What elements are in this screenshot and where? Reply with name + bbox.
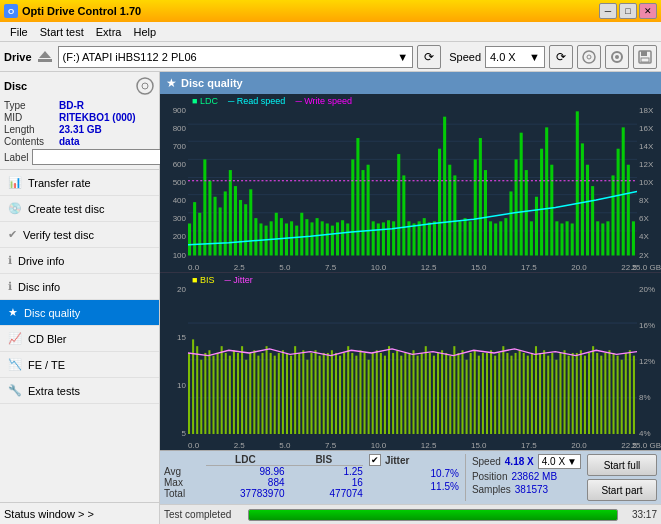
- svg-rect-82: [515, 159, 518, 255]
- sidebar-item-verify-test-disc[interactable]: ✔ Verify test disc: [0, 222, 159, 248]
- svg-rect-62: [413, 223, 416, 255]
- jitter-checkbox[interactable]: ✔: [369, 454, 381, 466]
- svg-rect-154: [368, 359, 370, 434]
- svg-rect-69: [448, 165, 451, 256]
- disc-quality-icon: ★: [8, 306, 18, 319]
- save-button[interactable]: [633, 45, 657, 69]
- svg-rect-117: [217, 352, 219, 434]
- speed-refresh-button[interactable]: ⟳: [549, 45, 573, 69]
- menu-start-test[interactable]: Start test: [34, 24, 90, 40]
- menu-file[interactable]: File: [4, 24, 34, 40]
- svg-rect-164: [408, 352, 410, 434]
- disc-scan-button[interactable]: [605, 45, 629, 69]
- sidebar-item-disc-info[interactable]: ℹ Disc info: [0, 274, 159, 300]
- svg-rect-97: [591, 186, 594, 255]
- svg-rect-193: [527, 355, 529, 434]
- svg-rect-211: [600, 355, 602, 434]
- bottom-bar: Test completed 33:17: [160, 504, 661, 524]
- sidebar-item-extra-tests[interactable]: 🔧 Extra tests: [0, 378, 159, 404]
- svg-rect-30: [249, 189, 252, 255]
- sidebar-item-disc-quality[interactable]: ★ Disc quality: [0, 300, 159, 326]
- speed-dropdown[interactable]: 4.0 X ▼: [485, 46, 545, 68]
- svg-rect-60: [402, 175, 405, 255]
- minimize-button[interactable]: ─: [599, 3, 617, 19]
- cd-bler-icon: 📈: [8, 332, 22, 345]
- content-area: ★ Disc quality ■ LDC ─ Read speed ─ Writ…: [160, 72, 661, 524]
- drive-dropdown-arrow: ▼: [397, 51, 408, 63]
- svg-rect-202: [564, 350, 566, 434]
- close-button[interactable]: ✕: [639, 3, 657, 19]
- svg-rect-99: [601, 223, 604, 255]
- svg-rect-8: [641, 58, 649, 62]
- svg-rect-171: [437, 352, 439, 434]
- svg-rect-48: [341, 220, 344, 255]
- svg-rect-89: [550, 165, 553, 256]
- chart1-x-label: 25.0 GB: [632, 263, 661, 272]
- sidebar-item-fe-te[interactable]: 📉 FE / TE: [0, 352, 159, 378]
- svg-rect-34: [270, 221, 273, 255]
- chart1-y-left: 900800700600500400300200100: [160, 106, 188, 260]
- fe-te-icon: 📉: [8, 358, 22, 371]
- start-part-button[interactable]: Start part: [587, 479, 657, 501]
- svg-rect-31: [254, 218, 257, 255]
- svg-rect-51: [356, 138, 359, 255]
- jitter-section: ✔ Jitter 10.7% 11.5%: [369, 454, 459, 492]
- svg-rect-46: [331, 226, 334, 256]
- sidebar-item-drive-info[interactable]: ℹ Drive info: [0, 248, 159, 274]
- status-window-button[interactable]: Status window > >: [0, 502, 159, 524]
- sidebar-item-transfer-rate[interactable]: 📊 Transfer rate: [0, 170, 159, 196]
- svg-rect-93: [571, 223, 574, 255]
- chart1-svg: [188, 106, 637, 256]
- maximize-button[interactable]: □: [619, 3, 637, 19]
- start-full-button[interactable]: Start full: [587, 454, 657, 476]
- svg-rect-204: [572, 352, 574, 434]
- svg-rect-215: [617, 355, 619, 434]
- chart2-svg: [188, 285, 637, 435]
- menu-help[interactable]: Help: [127, 24, 162, 40]
- progress-bar: [248, 509, 618, 521]
- sidebar-item-create-test-disc[interactable]: 💿 Create test disc: [0, 196, 159, 222]
- chart1-y-right: 18X16X14X12X10X8X6X4X2X: [637, 106, 661, 260]
- create-test-disc-label: Create test disc: [28, 203, 104, 215]
- menu-extra[interactable]: Extra: [90, 24, 128, 40]
- svg-rect-177: [461, 350, 463, 434]
- speed-select-dropdown[interactable]: 4.0 X ▼: [538, 454, 581, 469]
- svg-rect-47: [336, 222, 339, 255]
- svg-rect-120: [229, 355, 231, 434]
- svg-rect-88: [545, 127, 548, 255]
- svg-rect-112: [196, 346, 198, 434]
- ldc-header: LDC: [206, 454, 284, 466]
- svg-rect-146: [335, 352, 337, 434]
- chart2-x-axis: 0.02.55.07.510.012.515.017.520.022.5: [188, 441, 637, 450]
- svg-rect-50: [351, 159, 354, 255]
- drive-refresh-button[interactable]: ⟳: [417, 45, 441, 69]
- svg-rect-151: [355, 355, 357, 434]
- ldc-chart: ■ LDC ─ Read speed ─ Write speed 9008007…: [160, 94, 661, 273]
- svg-rect-176: [457, 352, 459, 434]
- avg-ldc: 98.96: [206, 466, 284, 478]
- svg-rect-132: [278, 352, 280, 434]
- speed-label: Speed: [449, 51, 481, 63]
- ldc-legend: ■ LDC: [192, 96, 218, 106]
- svg-rect-156: [376, 350, 378, 434]
- svg-rect-114: [204, 352, 206, 434]
- svg-rect-21: [203, 159, 206, 255]
- svg-rect-134: [286, 352, 288, 434]
- drive-dropdown[interactable]: (F:) ATAPI iHBS112 2 PL06 ▼: [58, 46, 414, 68]
- length-value: 23.31 GB: [59, 124, 102, 135]
- contents-label: Contents: [4, 136, 59, 147]
- label-input[interactable]: [32, 149, 161, 165]
- disc-icon-button[interactable]: [577, 45, 601, 69]
- svg-rect-205: [576, 352, 578, 434]
- svg-rect-74: [474, 159, 477, 255]
- speed-select-arrow: ▼: [567, 456, 577, 467]
- svg-rect-57: [387, 220, 390, 255]
- sidebar-item-cd-bler[interactable]: 📈 CD Bler: [0, 326, 159, 352]
- svg-rect-175: [453, 346, 455, 434]
- mid-value: RITEKBO1 (000): [59, 112, 136, 123]
- disc-quality-label: Disc quality: [24, 307, 80, 319]
- svg-rect-203: [568, 355, 570, 434]
- disc-eject-icon[interactable]: [135, 76, 155, 96]
- verify-test-disc-label: Verify test disc: [23, 229, 94, 241]
- speed-stat-label: Speed: [472, 456, 501, 467]
